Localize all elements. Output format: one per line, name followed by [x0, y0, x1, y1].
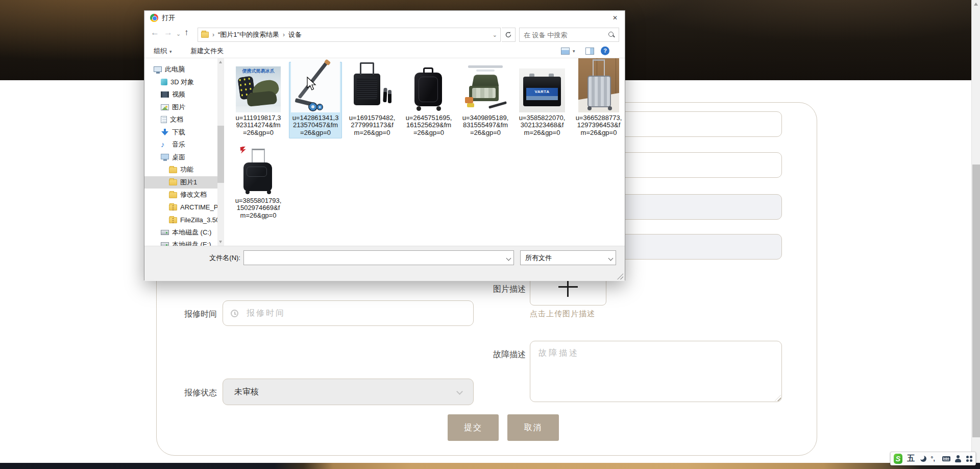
file-thumbnail: VARTA	[519, 68, 565, 112]
sidebar-scrollbar[interactable]	[217, 58, 224, 246]
history-chevron-icon[interactable]	[176, 29, 181, 37]
filename-combo[interactable]	[243, 250, 514, 265]
sidebar-item-label: 图片1	[180, 178, 197, 187]
dialog-title: 打开	[162, 11, 175, 25]
sidebar-item-label: 本地磁盘 (C:)	[172, 228, 211, 237]
file-name: u=2645751695,161525629&fm=26&gp=0	[402, 114, 455, 136]
sidebar-item[interactable]: 功能	[144, 163, 217, 176]
sidebar-item[interactable]: 本地磁盘 (E:)	[144, 239, 217, 246]
file-item[interactable]: u=142861341,3213570457&fm=26&gp=0	[289, 62, 342, 138]
sidebar-item[interactable]: 视频	[144, 88, 217, 101]
repair-status-select[interactable]: 未审核	[223, 379, 474, 405]
file-item[interactable]: u=3409895189,831555497&fm=26&gp=0	[459, 62, 512, 138]
thumbnail-art-shape	[416, 106, 421, 111]
upload-hint: 点击上传图片描述	[530, 309, 595, 319]
form-cancel-button[interactable]: 取消	[507, 414, 559, 441]
clock-icon	[231, 310, 238, 317]
sidebar-item[interactable]: FileZilla_3.50.0	[144, 214, 217, 226]
refresh-button[interactable]	[502, 28, 516, 42]
sidebar-item[interactable]: 本地磁盘 (C:)	[144, 226, 217, 239]
repair-time-input[interactable]	[223, 300, 474, 326]
sidebar-item[interactable]: 图片	[144, 101, 217, 114]
sidebar-item[interactable]: 文档	[144, 113, 217, 126]
punctuation-icon[interactable]: °,	[931, 455, 938, 463]
sidebar-item[interactable]: 桌面	[144, 151, 217, 164]
new-folder-button[interactable]: 新建文件夹	[190, 44, 224, 58]
thumbnail-art-shape: m=26&gp=0	[232, 212, 285, 219]
thumbnail-art-shape: 831555497&fm	[459, 122, 512, 129]
thumbnail-art-shape	[316, 104, 323, 110]
back-icon[interactable]	[151, 28, 159, 37]
thumbnail-art-shape	[240, 146, 247, 153]
up-icon[interactable]	[184, 28, 189, 37]
moon-icon[interactable]	[919, 455, 926, 463]
sidebar-scrollbar-thumb[interactable]	[217, 126, 224, 183]
views-icon[interactable]	[561, 48, 570, 55]
views-chevron-icon[interactable]: ▾	[573, 47, 575, 55]
ime-mode-button[interactable]: 五	[907, 454, 915, 463]
breadcrumb-device[interactable]: 设备	[288, 30, 302, 39]
search-input[interactable]	[520, 28, 605, 41]
file-name: u=3409895189,831555497&fm=26&gp=0	[459, 114, 512, 136]
filetype-select[interactable]: 所有文件	[520, 250, 616, 265]
keyboard-icon[interactable]	[942, 455, 949, 463]
screen: 图片描述 点击上传图片描述 报修时间 故障描述 报修状态 未审核 提交 取消 打…	[0, 0, 980, 469]
page-scrollbar-thumb[interactable]	[972, 165, 980, 437]
filename-input[interactable]	[244, 251, 502, 265]
file-thumbnail	[463, 63, 508, 112]
file-item[interactable]: 便携式简易冰爪u=111919817,3923114274&fm=26&gp=0	[232, 62, 285, 138]
file-item[interactable]: u=3665288773,1297396453&fm=26&gp=0	[572, 62, 625, 138]
scrollbar-up-icon[interactable]	[974, 3, 978, 6]
thumbnail-art-shape: 便携式简易冰爪	[242, 68, 275, 75]
chrome-icon	[150, 14, 158, 22]
sidebar-item[interactable]: 音乐	[144, 138, 217, 151]
help-icon[interactable]	[601, 46, 609, 55]
page-scrollbar[interactable]	[971, 0, 980, 469]
toolbox-grid-icon[interactable]	[965, 455, 972, 463]
thumbnail-art-shape: 1502974669&f	[232, 204, 285, 212]
sidebar-item[interactable]: ARCTIME_PRO	[144, 201, 217, 214]
sidebar-item[interactable]: 此电脑	[144, 63, 217, 76]
submit-button[interactable]: 提交	[448, 414, 499, 441]
file-item[interactable]: u=1691579482,2779991173&fm=26&gp=0	[346, 62, 399, 138]
file-item[interactable]: u=2645751695,161525629&fm=26&gp=0	[402, 62, 455, 138]
desktop-icon	[161, 154, 169, 159]
thumbnail-art-shape: u=3855801793,	[232, 197, 285, 204]
dialog-navbar: › “图片1”中的搜索结果 › 设备 ⌄	[144, 25, 625, 44]
address-bar[interactable]: › “图片1”中的搜索结果 › 设备 ⌄	[198, 28, 501, 42]
folder-icon	[169, 192, 177, 198]
sidebar-item[interactable]: 3D 对象	[144, 76, 217, 89]
picture-icon	[161, 104, 169, 110]
chevron-down-icon[interactable]	[506, 256, 511, 261]
scrollbar-up-icon[interactable]	[219, 61, 222, 63]
dialog-titlebar[interactable]: 打开	[144, 11, 625, 25]
dialog-resize-grip[interactable]	[617, 273, 623, 279]
sidebar-item-label: 桌面	[172, 153, 185, 162]
sidebar-item-label: 本地磁盘 (E:)	[172, 240, 211, 246]
ime-toolbar: S 五 °,	[890, 452, 976, 465]
close-icon[interactable]	[605, 11, 625, 25]
thumbnail-art-shape	[346, 62, 399, 112]
fault-desc-textarea[interactable]	[530, 341, 782, 402]
file-name: u=3585822070,3021323468&fm=26&gp=0	[516, 114, 569, 136]
search-box[interactable]	[519, 28, 619, 42]
sidebar-item[interactable]: 修改文档	[144, 189, 217, 201]
sidebar-item[interactable]: 图片1	[144, 176, 217, 189]
breadcrumb-search-results[interactable]: “图片1”中的搜索结果	[218, 30, 279, 39]
scrollbar-down-icon[interactable]	[219, 241, 222, 243]
organize-menu[interactable]: 组织	[154, 44, 172, 58]
sidebar-item[interactable]: 下载	[144, 126, 217, 139]
file-item[interactable]: u=3855801793,1502974669&fm=26&gp=0	[232, 145, 285, 221]
forward-icon[interactable]	[164, 28, 173, 37]
sidebar-item-label: 下载	[172, 128, 185, 137]
video-icon	[161, 91, 169, 98]
person-icon[interactable]	[954, 455, 961, 463]
thumbnail-art-shape: m=26&gp=0	[346, 129, 399, 136]
sogou-logo-icon[interactable]: S	[894, 454, 902, 464]
folder-icon	[169, 167, 177, 173]
address-dropdown-icon[interactable]: ⌄	[493, 32, 497, 38]
preview-pane-icon[interactable]	[585, 48, 594, 55]
thumbnail-art-shape	[267, 190, 271, 194]
dialog-footer: 文件名(N): 所有文件 打开(O) 取消	[144, 246, 625, 281]
file-item[interactable]: VARTAu=3585822070,3021323468&fm=26&gp=0	[516, 62, 569, 138]
